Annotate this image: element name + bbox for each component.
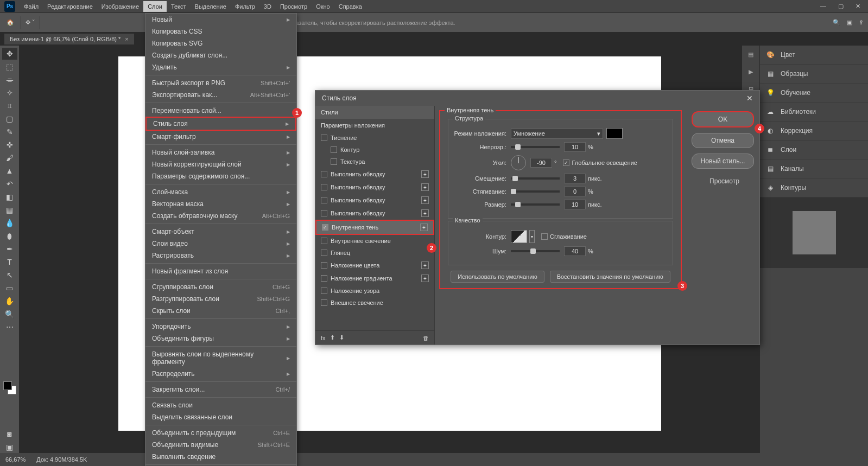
menu-item[interactable]: Сгруппировать слоиCtrl+G [145,281,296,293]
style-item[interactable]: Текстура [315,156,434,168]
menu-item[interactable]: Смарт-объект [145,226,296,238]
minimize-button[interactable]: — [817,2,829,11]
distance-input[interactable] [564,174,586,183]
panel-Слои[interactable]: ≣Слои [760,141,868,159]
size-input[interactable] [564,200,586,209]
hand-tool[interactable]: ✋ [2,295,17,307]
screen-mode-icon[interactable]: ▣ [847,19,852,26]
menu-item[interactable]: Быстрый экспорт в PNGShift+Ctrl+' [145,77,296,89]
menu-item[interactable]: Объединить с предыдущимCtrl+E [145,427,296,439]
style-item[interactable]: ✓Внутренняя тень+ [315,220,434,235]
menu-Окно[interactable]: Окно [312,1,334,12]
menu-item[interactable]: Выделить связанные слои [145,411,296,423]
menu-item[interactable]: Выровнять слои по выделенному фрагменту [145,348,296,368]
style-item[interactable]: Выполнить обводку+ [315,207,434,220]
menu-item[interactable]: Упорядочить [145,321,296,333]
gradient-tool[interactable]: ▦ [2,204,17,216]
shape-tool[interactable]: ▭ [2,282,17,294]
angle-dial[interactable] [511,155,526,170]
style-item[interactable]: Наложение градиента+ [315,272,434,285]
style-item[interactable]: Контур [315,144,434,156]
style-item[interactable]: Тиснение [315,132,434,144]
menu-Изображение[interactable]: Изображение [97,1,143,12]
eraser-tool[interactable]: ◧ [2,191,17,203]
healing-tool[interactable]: ✜ [2,139,17,151]
home-button[interactable]: 🏠 [4,17,16,28]
menu-item[interactable]: Новый корректирующий слой [145,158,296,170]
menu-3D[interactable]: 3D [259,1,276,12]
blend-mode-select[interactable]: Умножение ▾ [511,129,603,139]
opacity-input[interactable] [564,142,586,152]
panel-Цвет[interactable]: 🎨Цвет [760,46,868,65]
menu-item[interactable]: Объединить фигуры [145,333,296,344]
style-item[interactable]: Выполнить обводку+ [315,181,434,194]
type-tool[interactable]: T [2,256,17,268]
make-default-button[interactable]: Использовать по умолчанию [451,271,544,283]
crop-tool[interactable]: ⌗ [2,100,17,112]
menu-item[interactable]: Переименовать слой... [145,105,296,117]
menu-item[interactable]: Слои видео [145,238,296,250]
panel-Библиотеки[interactable]: ☁Библиотеки [760,103,868,122]
distance-slider[interactable] [511,177,560,180]
path-tool[interactable]: ↖ [2,269,17,281]
history-icon[interactable]: ▤ [745,49,756,60]
contour-picker[interactable] [511,230,527,243]
menu-item[interactable]: Создать обтравочную маскуAlt+Ctrl+G [145,210,296,222]
spread-input[interactable] [564,187,586,196]
menu-item[interactable]: Удалить [145,61,296,73]
screenmode-icon[interactable]: ▣ [2,441,17,453]
dialog-close-icon[interactable]: ✕ [746,94,753,103]
menu-Файл[interactable]: Файл [20,1,43,12]
search-icon[interactable]: 🔍 [833,19,840,26]
menu-item[interactable]: Создать дубликат слоя... [145,49,296,61]
fx-icon[interactable]: fx [321,335,326,341]
up-icon[interactable]: ⬆ [330,334,335,341]
panel-Образцы[interactable]: ▦Образцы [760,65,868,84]
panel-Обучение[interactable]: 💡Обучение [760,84,868,103]
menu-item[interactable]: Выполнить сведение [145,451,296,463]
ok-button[interactable]: OK [692,111,754,127]
doc-info[interactable]: Док: 4,90M/384,5K [36,456,87,463]
menu-item[interactable]: Копировать CSS [145,25,296,37]
style-item[interactable]: Выполнить обводку+ [315,168,434,181]
size-slider[interactable] [511,203,560,206]
menu-item[interactable]: Растрировать [145,250,296,261]
menu-Просмотр[interactable]: Просмотр [276,1,312,12]
menu-item[interactable]: Смарт-фильтр [145,131,296,143]
menu-Справка[interactable]: Справка [334,1,366,12]
menu-item[interactable]: Разгруппировать слоиShift+Ctrl+G [145,293,296,305]
style-item[interactable]: Внутреннее свечение [315,235,434,247]
menu-item[interactable]: Распределить [145,368,296,380]
history-brush-tool[interactable]: ↶ [2,178,17,190]
menu-item[interactable]: Объединить видимыеShift+Ctrl+E [145,439,296,451]
close-button[interactable]: ✕ [852,2,864,11]
menu-Выделение[interactable]: Выделение [191,1,231,12]
global-light-checkbox[interactable] [563,159,569,166]
move-tool-icon[interactable]: ✥ ˅ [26,19,35,26]
frame-tool[interactable]: ▢ [2,113,17,125]
close-tab-icon[interactable]: × [125,36,128,42]
menu-item[interactable]: Экспортировать как...Alt+Shift+Ctrl+' [145,89,296,101]
style-item[interactable]: Выполнить обводку+ [315,194,434,207]
menu-item[interactable]: Новый слой-заливка [145,146,296,158]
menu-item[interactable]: Копировать SVG [145,37,296,49]
pen-tool[interactable]: ✒ [2,243,17,255]
styles-header[interactable]: Стили [315,106,434,119]
marquee-tool[interactable]: ⬚ [2,61,17,73]
menu-item[interactable]: Стиль слоя [145,117,296,131]
play-icon[interactable]: ▶ [745,66,756,77]
stamp-tool[interactable]: ▲ [2,165,17,177]
shadow-color[interactable] [606,128,623,139]
lasso-tool[interactable]: ⌯ [2,74,17,86]
menu-Слои[interactable]: Слои [143,1,167,12]
brush-tool[interactable]: 🖌 [2,152,17,164]
wand-tool[interactable]: ✧ [2,87,17,99]
move-tool[interactable]: ✥ [2,48,17,60]
opacity-slider[interactable] [511,146,560,148]
menu-item[interactable]: Слой-маска [145,186,296,198]
panel-Коррекция[interactable]: ◐Коррекция [760,122,868,141]
menu-Текст[interactable]: Текст [167,1,191,12]
style-item[interactable]: Глянец [315,247,434,259]
spread-slider[interactable] [511,190,560,193]
menu-item[interactable]: Новый фрагмент из слоя [145,265,296,277]
